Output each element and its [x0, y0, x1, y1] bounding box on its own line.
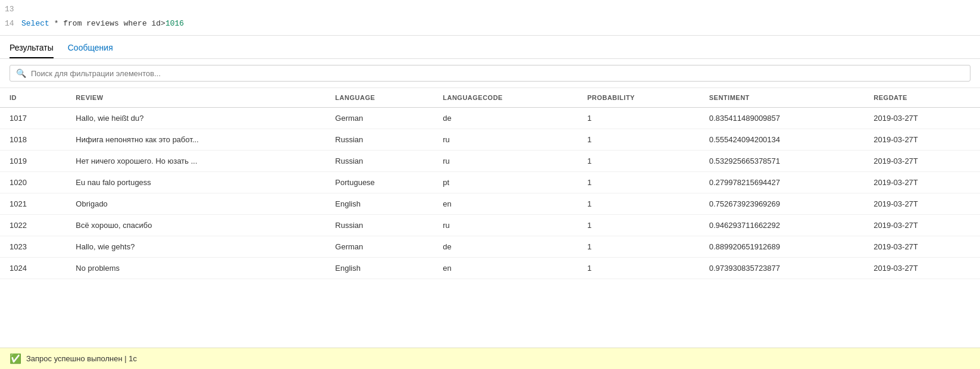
cell-languagecode: de — [433, 108, 578, 129]
cell-sentiment: 0.946293711662292 — [700, 215, 865, 236]
cell-sentiment: 0.835411489009857 — [700, 108, 865, 129]
code-line-13: 13 — [0, 2, 980, 17]
table-row: 1022Всё хорошо, спасибоRussianru10.94629… — [0, 215, 980, 236]
cell-languagecode: ru — [433, 215, 578, 236]
cell-sentiment: 0.555424094200134 — [700, 129, 865, 151]
results-table-container[interactable]: ID REVIEW LANGUAGE LANGUAGECODE PROBABIL… — [0, 88, 980, 348]
cell-languagecode: ru — [433, 129, 578, 151]
cell-probability: 1 — [578, 258, 700, 279]
cell-language: English — [325, 193, 433, 215]
cell-regdate: 2019-03-27T — [864, 236, 980, 258]
cell-regdate: 2019-03-27T — [864, 172, 980, 193]
cell-review: Eu nau falo portugess — [66, 172, 325, 193]
cell-languagecode: en — [433, 193, 578, 215]
table-row: 1021ObrigadoEnglishen10.7526739239692692… — [0, 193, 980, 215]
table-row: 1023Hallo, wie gehts?Germande10.88992065… — [0, 236, 980, 258]
cell-language: Russian — [325, 215, 433, 236]
cell-regdate: 2019-03-27T — [864, 193, 980, 215]
cell-languagecode: ru — [433, 151, 578, 172]
cell-language: Portuguese — [325, 172, 433, 193]
keyword-from: from — [63, 19, 82, 28]
cell-language: Russian — [325, 151, 433, 172]
cell-id: 1017 — [0, 108, 66, 129]
table-row: 1024No problemsEnglishen10.9739308357238… — [0, 258, 980, 279]
cell-probability: 1 — [578, 236, 700, 258]
cell-id: 1020 — [0, 172, 66, 193]
table-row: 1020Eu nau falo portugessPortuguesept10.… — [0, 172, 980, 193]
cell-id: 1024 — [0, 258, 66, 279]
app-container: 13 14 Select * from reviews where id>101… — [0, 0, 980, 369]
table-row: 1018Нифига непонятно как это работ...Rus… — [0, 129, 980, 151]
cell-sentiment: 0.889920651912689 — [700, 236, 865, 258]
cell-id: 1018 — [0, 129, 66, 151]
cell-review: Obrigado — [66, 193, 325, 215]
tab-results-label: Результаты — [10, 43, 54, 52]
code-line-14: 14 Select * from reviews where id>1016 — [0, 17, 980, 31]
code-table: reviews — [86, 19, 123, 28]
cell-regdate: 2019-03-27T — [864, 258, 980, 279]
tab-messages[interactable]: Сообщения — [68, 43, 113, 58]
cell-regdate: 2019-03-27T — [864, 108, 980, 129]
status-bar: ✅ Запрос успешно выполнен | 1с — [0, 348, 980, 369]
search-input[interactable] — [31, 69, 964, 78]
table-row: 1019Нет ничего хорошего. Но юзать ...Rus… — [0, 151, 980, 172]
cell-language: English — [325, 258, 433, 279]
code-number: 1016 — [165, 19, 184, 28]
cell-languagecode: de — [433, 236, 578, 258]
col-header-regdate: REGDATE — [864, 88, 980, 108]
col-header-probability: PROBABILITY — [578, 88, 700, 108]
cell-languagecode: pt — [433, 172, 578, 193]
cell-id: 1021 — [0, 193, 66, 215]
table-header-row: ID REVIEW LANGUAGE LANGUAGECODE PROBABIL… — [0, 88, 980, 108]
cell-review: Всё хорошо, спасибо — [66, 215, 325, 236]
cell-regdate: 2019-03-27T — [864, 151, 980, 172]
cell-language: Russian — [325, 129, 433, 151]
cell-id: 1019 — [0, 151, 66, 172]
search-bar: 🔍 — [10, 65, 970, 82]
cell-review: Hallo, wie gehts? — [66, 236, 325, 258]
cell-review: No problems — [66, 258, 325, 279]
cell-languagecode: en — [433, 258, 578, 279]
col-header-review: REVIEW — [66, 88, 325, 108]
cell-sentiment: 0.532925665378571 — [700, 151, 865, 172]
cell-language: German — [325, 108, 433, 129]
table-body: 1017Hallo, wie heißt du?Germande10.83541… — [0, 108, 980, 279]
line-number-13: 13 — [5, 4, 21, 15]
cell-review: Нифига непонятно как это работ... — [66, 129, 325, 151]
col-header-language: LANGUAGE — [325, 88, 433, 108]
cell-review: Нет ничего хорошего. Но юзать ... — [66, 151, 325, 172]
line-number-14: 14 — [5, 18, 21, 30]
search-icon: 🔍 — [16, 68, 26, 78]
cell-id: 1023 — [0, 236, 66, 258]
cell-probability: 1 — [578, 151, 700, 172]
cell-probability: 1 — [578, 172, 700, 193]
tabs-bar: Результаты Сообщения — [0, 36, 980, 59]
cell-sentiment: 0.973930835723877 — [700, 258, 865, 279]
code-star: * — [54, 19, 64, 28]
table-row: 1017Hallo, wie heißt du?Germande10.83541… — [0, 108, 980, 129]
keyword-select: Select — [21, 19, 49, 28]
code-content-14: Select * from reviews where id>1016 — [21, 18, 184, 30]
status-success-icon: ✅ — [10, 353, 21, 364]
cell-sentiment: 0.279978215694427 — [700, 172, 865, 193]
cell-probability: 1 — [578, 193, 700, 215]
cell-review: Hallo, wie heißt du? — [66, 108, 325, 129]
col-header-id: ID — [0, 88, 66, 108]
cell-language: German — [325, 236, 433, 258]
tab-messages-label: Сообщения — [68, 43, 113, 52]
cell-regdate: 2019-03-27T — [864, 215, 980, 236]
col-header-languagecode: LANGUAGECODE — [433, 88, 578, 108]
col-header-sentiment: SENTIMENT — [700, 88, 865, 108]
cell-regdate: 2019-03-27T — [864, 129, 980, 151]
cell-probability: 1 — [578, 108, 700, 129]
code-where: where id> — [124, 19, 165, 28]
search-bar-container: 🔍 — [0, 59, 980, 88]
cell-sentiment: 0.752673923969269 — [700, 193, 865, 215]
results-table: ID REVIEW LANGUAGE LANGUAGECODE PROBABIL… — [0, 88, 980, 279]
cell-probability: 1 — [578, 215, 700, 236]
tab-results[interactable]: Результаты — [10, 43, 54, 58]
cell-id: 1022 — [0, 215, 66, 236]
cell-probability: 1 — [578, 129, 700, 151]
status-text: Запрос успешно выполнен | 1с — [26, 354, 137, 363]
code-editor: 13 14 Select * from reviews where id>101… — [0, 0, 980, 36]
